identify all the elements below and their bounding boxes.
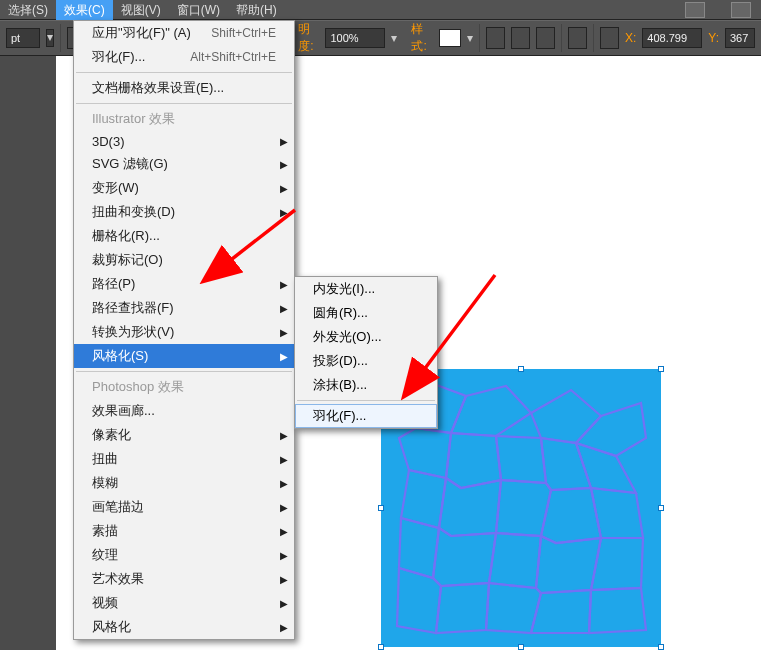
menu-apply-last-shortcut: Shift+Ctrl+E <box>211 26 276 40</box>
unit-field[interactable] <box>6 28 40 48</box>
menu-ai-item-5[interactable]: 裁剪标记(O) <box>74 248 294 272</box>
menu-divider <box>76 371 292 372</box>
toolbar-btn-4[interactable] <box>536 27 555 49</box>
menu-item-label: 模糊 <box>92 474 118 492</box>
style-dropdown-icon[interactable]: ▾ <box>467 31 473 45</box>
handle-tr[interactable] <box>658 366 664 372</box>
menu-item-label: 画笔描边 <box>92 498 144 516</box>
handle-tm[interactable] <box>518 366 524 372</box>
menu-divider <box>297 400 435 401</box>
menu-ai-item-3[interactable]: 扭曲和变换(D)▶ <box>74 200 294 224</box>
x-input[interactable] <box>642 28 702 48</box>
menu-ai-item-4[interactable]: 栅格化(R)... <box>74 224 294 248</box>
submenu-arrow-icon: ▶ <box>280 430 288 441</box>
submenu-item-4[interactable]: 涂抹(B)... <box>295 373 437 397</box>
layout-icon[interactable] <box>731 2 751 18</box>
menu-ps-item-0[interactable]: 效果画廊... <box>74 399 294 423</box>
menu-feather-last-label: 羽化(F)... <box>92 48 145 66</box>
submenu-arrow-icon: ▶ <box>280 454 288 465</box>
menu-apply-last[interactable]: 应用"羽化(F)" (A) Shift+Ctrl+E <box>74 21 294 45</box>
menu-ps-item-9[interactable]: 风格化▶ <box>74 615 294 639</box>
menu-item-label: 裁剪标记(O) <box>92 251 163 269</box>
menu-ai-item-8[interactable]: 转换为形状(V)▶ <box>74 320 294 344</box>
align-btn[interactable] <box>568 27 587 49</box>
submenu-arrow-icon: ▶ <box>280 207 288 218</box>
menu-item-label: 转换为形状(V) <box>92 323 174 341</box>
menu-window[interactable]: 窗口(W) <box>169 0 228 20</box>
submenu-item-3[interactable]: 投影(D)... <box>295 349 437 373</box>
menu-item-label: 风格化 <box>92 618 131 636</box>
menu-item-label: 路径(P) <box>92 275 135 293</box>
menubar-right <box>685 2 761 18</box>
submenu-item-2[interactable]: 外发光(O)... <box>295 325 437 349</box>
menu-docgrid-label: 文档栅格效果设置(E)... <box>92 79 224 97</box>
menu-ai-item-7[interactable]: 路径查找器(F)▶ <box>74 296 294 320</box>
handle-ml[interactable] <box>378 505 384 511</box>
menu-feather-last[interactable]: 羽化(F)... Alt+Shift+Ctrl+E <box>74 45 294 69</box>
menu-ps-item-5[interactable]: 素描▶ <box>74 519 294 543</box>
handle-br[interactable] <box>658 644 664 650</box>
style-label: 样式: <box>411 21 432 55</box>
submenu-arrow-icon: ▶ <box>280 327 288 338</box>
menu-ai-item-6[interactable]: 路径(P)▶ <box>74 272 294 296</box>
menu-ps-item-6[interactable]: 纹理▶ <box>74 543 294 567</box>
menu-help[interactable]: 帮助(H) <box>228 0 285 20</box>
menu-divider <box>76 103 292 104</box>
menu-ps-item-1[interactable]: 像素化▶ <box>74 423 294 447</box>
menu-item-label: 效果画廊... <box>92 402 155 420</box>
submenu-arrow-icon: ▶ <box>280 136 288 147</box>
menu-item-label: 栅格化(R)... <box>92 227 160 245</box>
menu-select[interactable]: 选择(S) <box>0 0 56 20</box>
submenu-arrow-icon: ▶ <box>280 279 288 290</box>
opacity-label: 明度: <box>298 21 319 55</box>
menu-item-label: 变形(W) <box>92 179 139 197</box>
submenu-arrow-icon: ▶ <box>280 159 288 170</box>
menu-apply-last-label: 应用"羽化(F)" (A) <box>92 24 191 42</box>
submenu-arrow-icon: ▶ <box>280 351 288 362</box>
menu-ps-item-7[interactable]: 艺术效果▶ <box>74 567 294 591</box>
menu-docgrid[interactable]: 文档栅格效果设置(E)... <box>74 76 294 100</box>
unit-dropdown-icon[interactable]: ▾ <box>46 29 54 47</box>
menu-ps-item-2[interactable]: 扭曲▶ <box>74 447 294 471</box>
handle-bm[interactable] <box>518 644 524 650</box>
submenu-item-5[interactable]: 羽化(F)... <box>295 404 437 428</box>
menu-item-label: 风格化(S) <box>92 347 148 365</box>
menu-ps-item-4[interactable]: 画笔描边▶ <box>74 495 294 519</box>
stylize-submenu: 内发光(I)...圆角(R)...外发光(O)...投影(D)...涂抹(B).… <box>294 276 438 429</box>
menu-item-label: 纹理 <box>92 546 118 564</box>
menu-ai-item-1[interactable]: SVG 滤镜(G)▶ <box>74 152 294 176</box>
submenu-arrow-icon: ▶ <box>280 574 288 585</box>
submenu-arrow-icon: ▶ <box>280 622 288 633</box>
menu-effect[interactable]: 效果(C) <box>56 0 113 20</box>
handle-bl[interactable] <box>378 644 384 650</box>
menu-item-label: 像素化 <box>92 426 131 444</box>
br-icon[interactable] <box>685 2 705 18</box>
menu-ps-item-8[interactable]: 视频▶ <box>74 591 294 615</box>
opacity-input[interactable] <box>325 28 385 48</box>
opacity-dropdown-icon[interactable]: ▾ <box>391 31 397 45</box>
submenu-arrow-icon: ▶ <box>280 478 288 489</box>
menu-ai-item-0[interactable]: 3D(3)▶ <box>74 131 294 152</box>
submenu-arrow-icon: ▶ <box>280 303 288 314</box>
menu-ai-item-9[interactable]: 风格化(S)▶ <box>74 344 294 368</box>
menu-item-label: 3D(3) <box>92 134 125 149</box>
toolbar-btn-2[interactable] <box>486 27 505 49</box>
submenu-item-0[interactable]: 内发光(I)... <box>295 277 437 301</box>
handle-mr[interactable] <box>658 505 664 511</box>
menu-item-label: 扭曲 <box>92 450 118 468</box>
submenu-item-1[interactable]: 圆角(R)... <box>295 301 437 325</box>
y-input[interactable] <box>725 28 755 48</box>
submenu-arrow-icon: ▶ <box>280 183 288 194</box>
x-label: X: <box>625 31 636 45</box>
toolbar-btn-3[interactable] <box>511 27 530 49</box>
menubar: 选择(S) 效果(C) 视图(V) 窗口(W) 帮助(H) <box>0 0 761 20</box>
menu-ai-item-2[interactable]: 变形(W)▶ <box>74 176 294 200</box>
menu-item-label: 素描 <box>92 522 118 540</box>
transform-btn[interactable] <box>600 27 619 49</box>
style-swatch[interactable] <box>439 29 461 47</box>
menu-item-label: 视频 <box>92 594 118 612</box>
menu-ps-item-3[interactable]: 模糊▶ <box>74 471 294 495</box>
menu-view[interactable]: 视图(V) <box>113 0 169 20</box>
menu-item-label: SVG 滤镜(G) <box>92 155 168 173</box>
menu-group-ai: Illustrator 效果 <box>74 107 294 131</box>
